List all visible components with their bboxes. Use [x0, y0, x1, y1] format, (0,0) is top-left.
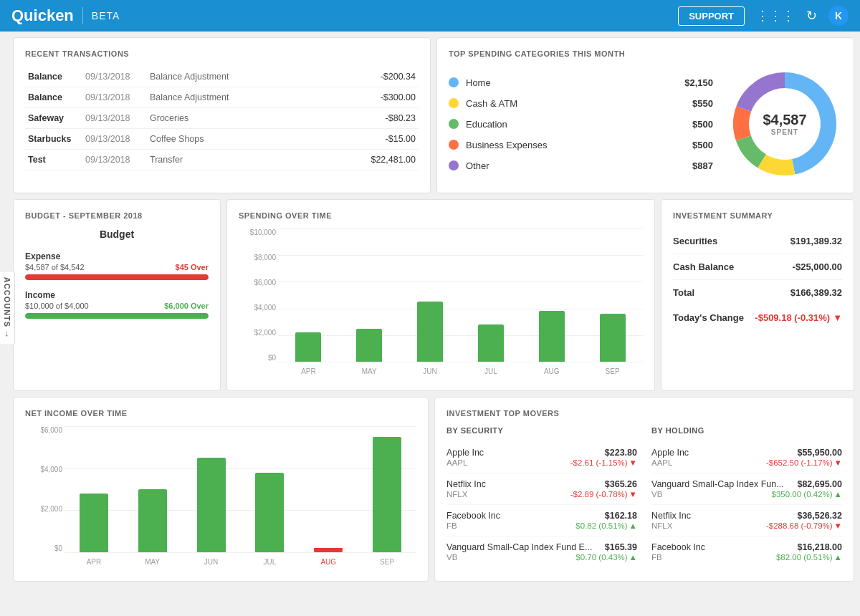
list-item: Facebook Inc $16,218.00 FB $82.00 (0.51%… [651, 536, 842, 567]
table-row: Safeway 09/13/2018 Groceries -$80.23 [25, 108, 419, 129]
net-bar [197, 458, 226, 552]
bars-container [278, 228, 643, 362]
net-y-label: $0 [25, 544, 62, 552]
net-bar-group [64, 426, 123, 552]
transaction-amount: $22,481.00 [317, 150, 419, 170]
category-item: Cash & ATM $550 [449, 93, 713, 114]
support-button[interactable]: SUPPORT [678, 6, 745, 26]
holdings-list: Apple Inc $55,950.00 AAPL -$652.50 (-1.1… [651, 442, 842, 567]
table-row: Test 09/13/2018 Transfer $22,481.00 [25, 150, 419, 170]
bar-group [339, 228, 400, 362]
y-axis: $10,000$8,000$6,000$4,000$2,000$0 [239, 228, 276, 362]
categories-list: Home $2,150 Cash & ATM $550 Education $5… [449, 72, 713, 176]
category-dot [449, 160, 459, 170]
grid-icon[interactable]: ⋮⋮⋮ [756, 8, 795, 24]
donut-amount: $4,587 [763, 112, 806, 128]
mover-name: Netflix Inc [651, 511, 691, 521]
mover-arrow-icon: ▼ [834, 521, 842, 530]
net-bars [64, 426, 416, 552]
transaction-category: Groceries [147, 108, 317, 129]
mover-bottom: AAPL -$2.61 (-1.15%) ▼ [446, 458, 637, 467]
y-label: $6,000 [239, 279, 276, 287]
transaction-date: 09/13/2018 [82, 67, 147, 87]
budget-expense-item: Expense $4,587 of $4,542 $45 Over [25, 251, 209, 280]
bar [417, 302, 443, 362]
investment-change: Today's Change -$509.18 (-0.31%) ▼ [673, 305, 842, 330]
user-avatar[interactable]: K [828, 6, 849, 26]
mover-arrow-icon: ▼ [629, 490, 637, 499]
mover-top: Apple Inc $223.80 [446, 448, 637, 458]
table-row: Balance 09/13/2018 Balance Adjustment -$… [25, 67, 419, 87]
header-icons: ⋮⋮⋮ ↻ K [756, 6, 849, 26]
mover-ticker: VB [446, 553, 457, 562]
bar [295, 332, 321, 362]
budget-expense-amounts: $4,587 of $4,542 [25, 263, 85, 271]
income-progress-bg [25, 313, 209, 319]
investment-row: Securities $191,389.32 [673, 228, 842, 254]
table-row: Balance 09/13/2018 Balance Adjustment -$… [25, 87, 419, 108]
grid-line [278, 362, 643, 362]
securities-list: Apple Inc $223.80 AAPL -$2.61 (-1.15%) ▼… [446, 442, 637, 567]
category-amount: $500 [692, 119, 713, 130]
mover-price: $82,695.00 [797, 479, 842, 489]
refresh-icon[interactable]: ↻ [806, 8, 817, 24]
list-item: Netflix Inc $365.26 NFLX -$2.89 (-0.78%)… [446, 473, 637, 505]
bar [600, 314, 626, 362]
movers-columns: BY SECURITY Apple Inc $223.80 AAPL -$2.6… [446, 426, 842, 567]
category-item: Education $500 [449, 114, 713, 135]
table-row: Starbucks 09/13/2018 Coffee Shops -$15.0… [25, 129, 419, 150]
mover-price: $162.18 [605, 511, 637, 521]
investment-change-value: -$509.18 (-0.31%) ▼ [755, 312, 842, 323]
net-bar-negative [314, 548, 343, 552]
net-y-label: $6,000 [25, 426, 62, 434]
accounts-tab[interactable]: → ACCOUNTS [0, 271, 15, 345]
y-label: $8,000 [239, 254, 276, 261]
mover-name: Facebook Inc [446, 511, 500, 521]
mover-change: $82.00 (0.51%) ▲ [776, 553, 842, 562]
transaction-date: 09/13/2018 [82, 108, 147, 129]
list-item: Facebook Inc $162.18 FB $0.82 (0.51%) ▲ [446, 505, 637, 536]
transaction-category: Balance Adjustment [147, 87, 317, 108]
spending-content: Home $2,150 Cash & ATM $550 Education $5… [449, 67, 842, 181]
mover-name: Vanguard Small-Cap Index Fund E... [446, 542, 592, 552]
investment-change-label: Today's Change [673, 312, 744, 323]
bar-group [460, 228, 521, 362]
mover-bottom: FB $82.00 (0.51%) ▲ [651, 553, 842, 562]
budget-expense-over: $45 Over [176, 263, 209, 271]
bar [539, 311, 565, 362]
category-name: Home [466, 77, 677, 88]
transaction-name: Balance [25, 67, 82, 87]
mover-top: Netflix Inc $36,526.32 [651, 511, 842, 521]
transaction-category: Transfer [147, 150, 317, 170]
category-item: Business Expenses $500 [449, 135, 713, 155]
net-x-label: APR [64, 555, 123, 569]
net-x-label: AUG [299, 555, 358, 569]
spending-time-card: SPENDING OVER TIME $10,000$8,000$6,000$4… [226, 199, 655, 391]
net-y-label: $2,000 [25, 505, 62, 513]
list-item: Apple Inc $55,950.00 AAPL -$652.50 (-1.1… [651, 442, 842, 473]
mover-name: Facebook Inc [651, 542, 705, 552]
mover-top: Vanguard Small-Cap Index Fun... $82,695.… [651, 479, 842, 489]
budget-income-item: Income $10,000 of $4,000 $6,000 Over [25, 290, 209, 319]
mover-name: Netflix Inc [446, 479, 486, 489]
mover-ticker: VB [651, 490, 662, 499]
transaction-amount: -$80.23 [317, 108, 419, 129]
net-income-chart: $6,000$4,000$2,000$0 APRMAYJUNJULAUGSEP [25, 426, 416, 569]
bar-group [521, 228, 582, 362]
investment-row-value: $191,389.32 [790, 236, 842, 246]
bar-group [278, 228, 339, 362]
beta-label: BETA [92, 10, 120, 21]
net-bar-group [240, 426, 299, 552]
budget-income-label: Income [25, 290, 209, 300]
net-x-label: JUN [182, 555, 241, 569]
mover-ticker: FB [651, 553, 662, 562]
budget-expense-label: Expense [25, 251, 209, 261]
investment-row-value: -$25,000.00 [793, 261, 842, 272]
mover-price: $223.80 [605, 448, 637, 458]
investment-summary-card: INVESTMENT SUMMARY Securities $191,389.3… [661, 199, 854, 391]
donut-chart: $4,587 SPENT [727, 67, 842, 181]
transaction-name: Test [25, 150, 82, 170]
transaction-amount: -$200.34 [317, 67, 419, 87]
mover-top: Facebook Inc $16,218.00 [651, 542, 842, 552]
spending-time-title: SPENDING OVER TIME [239, 211, 643, 220]
